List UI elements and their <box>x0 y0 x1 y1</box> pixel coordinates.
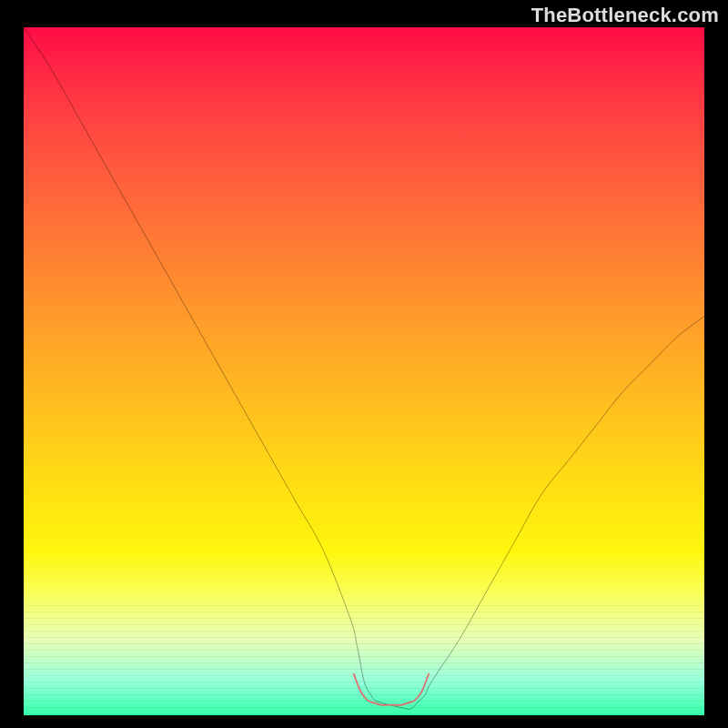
bottleneck-curve <box>24 27 704 709</box>
chart-frame: TheBottleneck.com <box>0 0 728 728</box>
chart-svg <box>24 27 704 715</box>
watermark-text: TheBottleneck.com <box>531 4 719 27</box>
optimal-region-marker <box>354 674 429 705</box>
chart-plot-area <box>24 27 704 715</box>
